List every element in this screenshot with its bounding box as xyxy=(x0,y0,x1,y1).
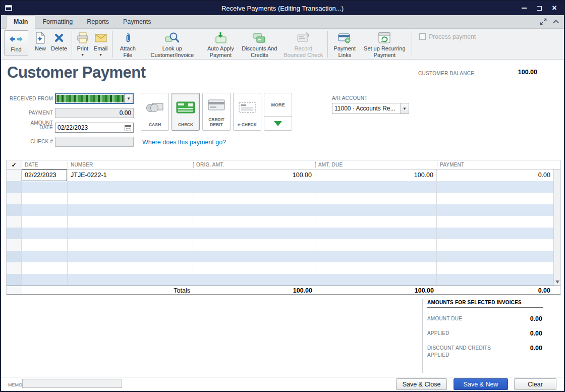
process-payment-checkbox[interactable] xyxy=(419,33,426,40)
column-header-number[interactable]: NUMBER xyxy=(68,162,193,168)
empty-cell xyxy=(437,251,553,262)
empty-row[interactable] xyxy=(7,204,553,216)
row-payment-cell[interactable]: 0.00 xyxy=(437,170,553,181)
delete-button[interactable]: Delete xyxy=(48,30,70,53)
process-payment-label: Process payment xyxy=(429,33,476,40)
payment-amount-field[interactable]: 0.00 xyxy=(55,108,134,118)
received-from-dropdown-button[interactable]: ▼ xyxy=(124,94,133,103)
column-header-amt-due[interactable]: AMT. DUE xyxy=(315,162,437,168)
date-value: 02/22/2023 xyxy=(58,123,125,132)
tab-payments[interactable]: Payments xyxy=(116,16,158,28)
payment-method-check[interactable]: CHECK xyxy=(172,93,200,131)
attach-file-button[interactable]: Attach File xyxy=(115,30,141,59)
row-orig-amt-cell[interactable]: 100.00 xyxy=(193,170,315,181)
empty-cell xyxy=(437,204,553,216)
payment-links-button[interactable]: Payment Links xyxy=(330,30,359,59)
payment-links-label: Payment Links xyxy=(332,45,357,58)
empty-cell xyxy=(22,181,68,193)
email-button[interactable]: Email ▾ xyxy=(91,30,110,58)
empty-cell xyxy=(315,274,437,286)
empty-row[interactable] xyxy=(7,262,553,274)
credit-card-icon xyxy=(208,93,225,117)
memo-input[interactable] xyxy=(22,379,122,388)
app-window-icon[interactable] xyxy=(5,5,12,11)
titlebar: Receive Payments (Editing Transaction...… xyxy=(1,1,564,15)
delete-label: Delete xyxy=(51,45,67,52)
print-dropdown-caret[interactable]: ▾ xyxy=(82,52,84,57)
totals-label: Totals xyxy=(68,286,193,294)
empty-cell xyxy=(437,193,553,204)
tab-main[interactable]: Main xyxy=(6,15,35,29)
close-button[interactable]: × xyxy=(551,5,558,12)
column-header-date[interactable]: DATE xyxy=(22,162,68,168)
empty-cell xyxy=(437,216,553,228)
row-number-cell[interactable]: JTJE-0222-1 xyxy=(68,170,193,181)
setup-recurring-payment-button[interactable]: Set up Recurring Payment xyxy=(359,30,410,59)
empty-cell xyxy=(315,228,437,239)
toolbar-separator xyxy=(412,31,412,58)
delete-icon xyxy=(54,31,64,44)
empty-cell xyxy=(7,274,22,286)
main-toolbar: Find New Delete Print ▾ Emai xyxy=(1,29,564,60)
payment-method-echeck[interactable]: e-CHECK xyxy=(233,93,261,131)
received-from-label: RECEIVED FROM xyxy=(5,94,53,104)
empty-cell xyxy=(7,181,22,193)
calendar-icon[interactable] xyxy=(125,125,131,131)
more-dropdown-area[interactable] xyxy=(264,117,292,130)
empty-row[interactable] xyxy=(7,239,553,251)
collapse-ribbon-icon[interactable] xyxy=(553,20,559,24)
check-number-field[interactable] xyxy=(55,137,134,147)
column-header-orig-amt[interactable]: ORIG. AMT. xyxy=(193,162,315,168)
received-from-combobox[interactable]: ▼ xyxy=(55,93,134,104)
row-date-cell[interactable]: 02/22/2023 xyxy=(22,170,68,181)
minimize-button[interactable] xyxy=(521,5,528,12)
tab-reports[interactable]: Reports xyxy=(80,16,116,28)
new-button[interactable]: New xyxy=(32,30,48,53)
empty-row[interactable] xyxy=(7,193,553,204)
payment-method-more[interactable]: MORE xyxy=(264,93,292,131)
expand-window-icon[interactable] xyxy=(540,18,547,25)
payment-method-credit-debit[interactable]: CREDITDEBIT xyxy=(202,93,231,131)
empty-row[interactable] xyxy=(7,251,553,262)
email-dropdown-caret[interactable]: ▾ xyxy=(100,52,102,57)
column-header-check[interactable]: ✓ xyxy=(7,161,22,169)
print-label: Print xyxy=(77,45,89,52)
echeck-icon xyxy=(239,93,256,122)
paperclip-icon xyxy=(124,31,131,44)
print-button[interactable]: Print ▾ xyxy=(74,30,91,58)
column-header-payment[interactable]: PAYMENT xyxy=(437,162,553,168)
new-label: New xyxy=(35,45,46,52)
discounts-credits-button[interactable]: Discounts And Credits xyxy=(238,30,281,59)
clear-button[interactable]: Clear xyxy=(514,378,556,390)
row-amt-due-cell[interactable]: 100.00 xyxy=(315,170,437,181)
ar-account-combobox[interactable]: 11000 · Accounts Re... ▼ xyxy=(332,103,409,114)
empty-cell xyxy=(68,274,193,286)
empty-row[interactable] xyxy=(7,181,553,193)
ar-account-dropdown-button[interactable]: ▼ xyxy=(400,103,409,114)
invoice-row[interactable]: 02/22/2023 JTJE-0222-1 100.00 100.00 0.0… xyxy=(7,170,553,181)
maximize-button[interactable] xyxy=(536,5,543,12)
auto-apply-payment-button[interactable]: Auto Apply Payment xyxy=(203,30,238,59)
find-button[interactable]: Find xyxy=(4,30,28,55)
empty-cell xyxy=(68,193,193,204)
tab-formatting[interactable]: Formatting xyxy=(35,16,80,28)
payment-method-cash[interactable]: CASH xyxy=(141,93,169,131)
auto-apply-icon xyxy=(214,31,227,44)
empty-cell xyxy=(315,193,437,204)
lookup-customer-invoice-button[interactable]: Look up Customer/Invoice xyxy=(145,30,199,59)
table-scrollbar[interactable] xyxy=(553,170,560,286)
amount-due-value: 0.00 xyxy=(530,315,542,322)
empty-cell xyxy=(437,239,553,251)
save-and-new-button[interactable]: Save & New xyxy=(454,378,508,390)
scroll-down-button[interactable] xyxy=(554,278,560,285)
row-check-cell[interactable] xyxy=(7,170,22,181)
where-payment-go-link[interactable]: Where does this payment go? xyxy=(142,139,226,146)
empty-cell xyxy=(193,216,315,228)
discount-credits-value: 0.00 xyxy=(530,345,542,352)
empty-row[interactable] xyxy=(7,216,553,228)
date-field[interactable]: 02/22/2023 xyxy=(55,123,134,133)
save-and-close-button[interactable]: Save & Close xyxy=(396,378,447,390)
empty-row[interactable] xyxy=(7,274,553,286)
echeck-label: e-CHECK xyxy=(238,122,257,130)
empty-row[interactable] xyxy=(7,228,553,239)
